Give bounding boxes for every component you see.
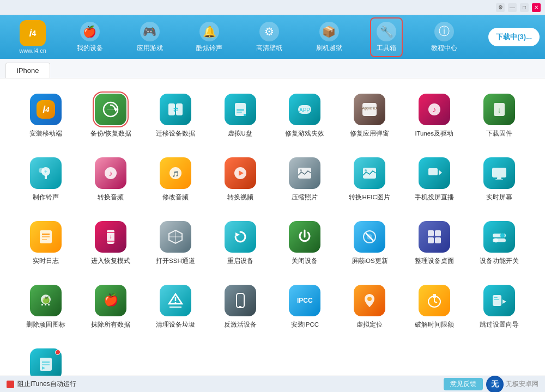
maximize-button[interactable]: □ <box>520 3 529 12</box>
tool-item-fix-game[interactable]: APP修复游戏失效 <box>275 89 335 142</box>
tool-item-skip-setup[interactable]: 跳过设置向导 <box>469 280 529 333</box>
prevent-itunes-area[interactable]: 阻止iTunes自动运行 <box>7 379 76 389</box>
tool-label-install-app: 安装移动端 <box>29 130 62 138</box>
navbar: i4 www.i4.cn 🍎我的设备🎮应用游戏🔔酷炫铃声⚙高清壁纸📦刷机越狱🔧工… <box>0 15 545 59</box>
ringtone-label: 酷炫铃声 <box>196 44 222 53</box>
toolbox-label: 工具箱 <box>377 44 396 53</box>
tab-iphone[interactable]: iPhone <box>5 63 50 78</box>
prevent-itunes-label: 阻止iTunes自动运行 <box>17 379 76 389</box>
nav-item-wallpaper[interactable]: ⚙高清壁纸 <box>251 19 288 56</box>
tool-item-make-ringtone[interactable]: +制作铃声 <box>16 153 76 206</box>
toolbox-icon: 🔧 <box>377 22 396 41</box>
tool-item-backup-restore[interactable]: 备份/恢复数据 <box>81 89 141 142</box>
bottombar: 阻止iTunes自动运行 意见反馈 无 无极安卓网 <box>0 376 545 392</box>
tool-label-realtime-screen: 实时屏幕 <box>486 193 512 201</box>
settings-icon[interactable]: ⚙ <box>496 3 505 12</box>
svg-rect-36 <box>497 177 501 179</box>
tool-item-restart-device[interactable]: 重启设备 <box>210 217 270 270</box>
svg-rect-7 <box>237 109 244 111</box>
tool-icon-clean-junk <box>160 285 191 316</box>
svg-text:🎵: 🎵 <box>172 170 179 177</box>
tool-label-convert-video: 转换视频 <box>227 193 253 201</box>
nav-item-my-device[interactable]: 🍎我的设备 <box>71 19 108 56</box>
svg-rect-69 <box>237 293 244 308</box>
nav-item-app-game[interactable]: 🎮应用游戏 <box>131 19 168 56</box>
tool-label-skip-setup: 跳过设置向导 <box>480 321 519 329</box>
tool-item-deactivate[interactable]: 反激活设备 <box>210 280 270 333</box>
tool-item-virtual-location[interactable]: 虚拟定位 <box>340 280 399 333</box>
svg-rect-37 <box>495 179 503 180</box>
tool-item-clean-junk[interactable]: 清理设备垃圾 <box>146 280 205 333</box>
svg-point-21 <box>39 168 44 173</box>
tool-label-convert-heic: 转换HEIC图片 <box>349 193 390 201</box>
svg-rect-54 <box>435 230 441 236</box>
nav-item-jailbreak[interactable]: 📦刷机越狱 <box>311 19 348 56</box>
watermark-logo: 无 <box>486 376 504 393</box>
tool-label-screen-mirror: 手机投屏直播 <box>415 193 454 201</box>
tool-item-realtime-log[interactable]: 实时日志 <box>16 217 76 270</box>
feedback-button[interactable]: 意见反馈 <box>444 378 483 390</box>
tool-item-install-ipcc[interactable]: IPCC安装IPCC <box>275 280 335 333</box>
svg-rect-8 <box>237 112 242 113</box>
svg-text:🍏: 🍏 <box>42 296 50 304</box>
tool-icon-convert-heic <box>354 157 385 189</box>
svg-marker-79 <box>502 299 506 304</box>
tool-item-migrate-data[interactable]: ⇄迁移设备数据 <box>146 89 205 142</box>
tool-item-itunes-driver[interactable]: ♪iTunes及驱动 <box>405 89 464 142</box>
tool-label-compress-photo: 压缩照片 <box>292 193 318 201</box>
svg-point-52 <box>367 234 372 240</box>
ringtone-icon: 🔔 <box>199 22 219 41</box>
tool-label-download-firmware: 下载固件 <box>486 130 512 138</box>
tool-item-organize-desktop[interactable]: 整理设备桌面 <box>405 217 464 270</box>
nav-item-toolbox[interactable]: 🔧工具箱 <box>370 17 403 57</box>
tool-label-fix-popup: 修复应用弹窗 <box>350 130 389 138</box>
tool-item-block-ios-update[interactable]: 屏蔽iOS更新 <box>340 217 399 270</box>
tool-label-install-ipcc: 安装IPCC <box>291 321 319 329</box>
svg-rect-9 <box>244 114 246 116</box>
tool-icon-make-ringtone: + <box>30 157 62 189</box>
tool-item-fix-popup[interactable]: Apple ID修复应用弹窗 <box>340 89 399 142</box>
tool-item-recovery-mode[interactable]: ↓进入恢复模式 <box>81 217 141 270</box>
tool-item-realtime-screen[interactable]: 实时屏幕 <box>469 153 529 206</box>
svg-marker-48 <box>235 232 240 237</box>
svg-text:APP: APP <box>299 107 310 113</box>
tool-label-deactivate: 反激活设备 <box>224 321 257 329</box>
app-logo: i4 www.i4.cn <box>5 20 60 54</box>
nav-item-ringtone[interactable]: 🔔酷炫铃声 <box>191 19 228 56</box>
tool-icon-compress-photo <box>289 157 320 189</box>
tool-item-convert-heic[interactable]: 转换HEIC图片 <box>340 153 399 206</box>
tool-icon-recovery-mode: ↓ <box>95 221 126 253</box>
tool-item-compress-photo[interactable]: 压缩照片 <box>275 153 335 206</box>
tool-item-ssh-tunnel[interactable]: 打开SSH通道 <box>146 217 205 270</box>
tool-item-delete-stubborn[interactable]: 🍏删除顽固图标 <box>16 280 76 333</box>
tool-icon-download-firmware: ↓ <box>483 94 515 125</box>
tool-icon-edit-audio: 🎵 <box>160 157 191 189</box>
wallpaper-label: 高清壁纸 <box>256 44 282 53</box>
tool-item-convert-audio[interactable]: ♪转换音频 <box>81 153 141 206</box>
tool-label-fix-game: 修复游戏失效 <box>285 130 324 138</box>
tool-icon-migrate-data: ⇄ <box>160 94 191 125</box>
watermark: 无 无极安卓网 <box>486 376 538 393</box>
tool-item-install-app[interactable]: i4安装移动端 <box>16 89 76 142</box>
tool-item-break-time-limit[interactable]: 破解时间限额 <box>405 280 464 333</box>
tool-item-device-toggle[interactable]: 设备功能开关 <box>469 217 529 270</box>
svg-point-58 <box>500 233 505 237</box>
tool-item-download-firmware[interactable]: ↓下载固件 <box>469 89 529 142</box>
tool-item-erase-all[interactable]: 🍎抹除所有数据 <box>81 280 141 333</box>
tool-label-ssh-tunnel: 打开SSH通道 <box>156 257 195 265</box>
download-button[interactable]: 下载中(3)... <box>488 28 540 46</box>
nav-item-tutorial[interactable]: ⓘ教程中心 <box>426 19 463 56</box>
tool-item-edit-audio[interactable]: 🎵修改音频 <box>146 153 205 206</box>
close-button[interactable]: ✕ <box>532 3 541 12</box>
svg-line-75 <box>434 302 437 303</box>
minimize-button[interactable]: — <box>508 3 517 12</box>
tool-item-screen-mirror[interactable]: 手机投屏直播 <box>405 153 464 206</box>
tool-icon-backup-restore <box>95 94 126 125</box>
tool-label-virtual-location: 虚拟定位 <box>356 321 383 329</box>
svg-marker-34 <box>439 170 442 175</box>
tool-item-backup-guide[interactable]: 备份引导区数据 <box>16 344 76 376</box>
jailbreak-icon: 📦 <box>319 22 339 41</box>
tool-item-virtual-udisk[interactable]: 虚拟U盘 <box>210 89 270 142</box>
tool-item-convert-video[interactable]: 转换视频 <box>210 153 270 206</box>
tool-item-shutdown-device[interactable]: 关闭设备 <box>275 217 335 270</box>
